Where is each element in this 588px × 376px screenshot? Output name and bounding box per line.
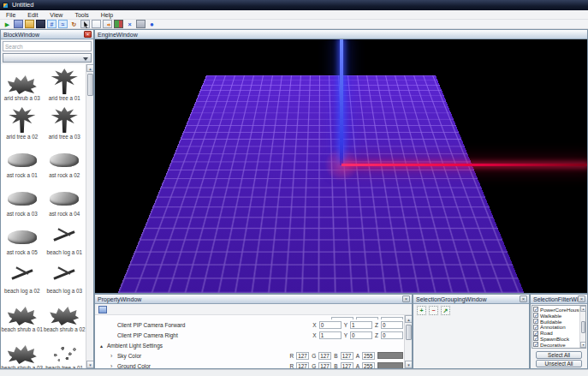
asset-item[interactable]: ast rock a 04 (44, 180, 86, 218)
unselect-all-button[interactable]: Unselect All (536, 360, 582, 367)
scroll-down-icon[interactable]: ▾ (580, 342, 586, 348)
property-row[interactable]: Client PIP Camera Right X Y Z (95, 330, 405, 340)
grid-snap-icon[interactable]: # (47, 20, 56, 28)
property-row[interactable]: Client PIP Camera Forward X Y Z (95, 319, 405, 330)
b-input[interactable] (341, 362, 353, 369)
menu-edit[interactable]: Edit (21, 10, 44, 20)
settings-globe-icon[interactable]: ● (147, 20, 157, 28)
menu-file[interactable]: File (0, 10, 21, 20)
property-row[interactable]: › Ground Color R G B A (95, 361, 405, 368)
close-icon[interactable]: × (520, 295, 527, 302)
create-group-icon[interactable]: + (417, 306, 426, 315)
scroll-thumb[interactable] (406, 325, 412, 340)
asset-item[interactable]: beach log a 01 (44, 218, 86, 257)
menu-help[interactable]: Help (95, 10, 119, 20)
asset-item[interactable]: arid tree a 01 (44, 64, 86, 103)
scroll-down-icon[interactable]: ▾ (86, 361, 93, 368)
close-icon[interactable]: × (84, 31, 92, 38)
y-input[interactable] (350, 331, 372, 339)
checkbox-checked-icon[interactable]: ✓ (533, 348, 538, 349)
asset-item[interactable]: beach shrub a 01 (1, 295, 44, 334)
y-input[interactable] (350, 321, 372, 329)
search-input[interactable] (3, 41, 92, 51)
selection-filter-header[interactable]: SelectionFilterWindow × (531, 295, 587, 304)
asset-item[interactable]: ast rock a 05 (1, 218, 44, 257)
asset-item[interactable]: beach shrub a 03 (1, 334, 44, 368)
r-input[interactable] (296, 362, 309, 369)
menu-view[interactable]: View (44, 10, 68, 20)
z-input[interactable] (381, 331, 403, 339)
scroll-down-icon[interactable]: ▾ (405, 361, 412, 368)
save-icon[interactable] (14, 20, 23, 28)
image-icon[interactable] (36, 20, 45, 28)
property-scrollbar[interactable]: ▴ ▾ (404, 315, 412, 368)
swap-icon[interactable]: × (125, 20, 134, 28)
b-input[interactable] (341, 352, 353, 360)
close-icon[interactable]: × (578, 295, 585, 302)
g-input[interactable] (318, 362, 331, 369)
g-input[interactable] (318, 352, 331, 360)
block-window-header[interactable]: BlockWindow × (1, 30, 93, 39)
rotate-icon[interactable]: ↻ (69, 20, 79, 28)
scroll-thumb[interactable] (581, 321, 585, 333)
asset-item[interactable]: ast rock a 02 (44, 141, 86, 180)
a-input[interactable] (362, 352, 375, 360)
property-window-header[interactable]: PropertyWindow × (95, 295, 412, 304)
asset-item[interactable]: ast rock a 03 (1, 180, 44, 218)
checkbox-checked-icon[interactable]: ✓ (533, 313, 538, 318)
a-input[interactable] (362, 362, 375, 369)
expand-arrow-icon[interactable]: ▴ (95, 343, 107, 349)
asset-item[interactable]: arid shrub a 03 (1, 64, 44, 103)
z-input[interactable] (381, 321, 403, 329)
close-icon[interactable]: × (402, 295, 410, 302)
scroll-up-icon[interactable]: ▴ (405, 315, 412, 323)
menu-tools[interactable]: Tools (68, 10, 94, 20)
checkbox-checked-icon[interactable]: ✓ (533, 331, 538, 336)
vector-input[interactable] (381, 317, 403, 320)
checkbox-checked-icon[interactable]: ✓ (533, 336, 538, 341)
asset-item[interactable]: beach log a 03 (44, 257, 86, 295)
scroll-up-icon[interactable]: ▴ (580, 306, 586, 312)
asset-item[interactable]: ast rock a 01 (1, 141, 44, 180)
assign-group-icon[interactable]: ↗ (441, 306, 450, 315)
scroll-thumb[interactable] (87, 74, 93, 96)
play-icon[interactable]: ▶ (3, 20, 12, 28)
wireframe-icon[interactable]: ≈ (58, 20, 68, 28)
delete-group-icon[interactable]: − (429, 306, 438, 315)
color-swatch[interactable] (377, 352, 403, 359)
property-row[interactable]: › Sky Color R G B A (95, 350, 405, 361)
scroll-up-icon[interactable]: ▴ (86, 64, 93, 72)
screen-capture-icon[interactable] (136, 20, 146, 28)
checkbox-checked-icon[interactable]: ✓ (533, 342, 538, 347)
category-dropdown[interactable] (3, 53, 92, 63)
asset-item[interactable]: arid tree a 03 (44, 103, 86, 141)
filter-scrollbar[interactable]: ▴ ▾ (579, 306, 585, 348)
property-grid-view-icon[interactable] (98, 306, 107, 313)
title-bar[interactable]: Untitled (0, 0, 588, 10)
vector-input[interactable] (331, 317, 353, 320)
asset-item[interactable]: beach tree a 01 (44, 334, 86, 368)
page-icon[interactable] (92, 20, 101, 28)
asset-item[interactable]: arid tree a 02 (1, 103, 44, 141)
x-input[interactable] (319, 321, 342, 329)
add-entity-icon[interactable] (114, 20, 123, 28)
engine-viewport[interactable] (95, 39, 587, 293)
select-all-button[interactable]: Select All (536, 351, 582, 359)
cursor-icon[interactable] (80, 20, 90, 28)
filter-row[interactable]: ✓Light (533, 348, 579, 349)
checkbox-checked-icon[interactable]: ✓ (533, 319, 538, 324)
open-folder-icon[interactable] (25, 20, 34, 28)
asset-scrollbar[interactable]: ▴ ▾ (86, 64, 93, 368)
export-icon[interactable] (103, 20, 112, 28)
asset-item[interactable]: beach log a 02 (1, 257, 44, 295)
checkbox-checked-icon[interactable]: ✓ (533, 325, 538, 330)
engine-window-header[interactable]: EngineWindow (95, 30, 587, 39)
color-swatch[interactable] (377, 362, 403, 368)
checkbox-checked-icon[interactable]: ✓ (533, 307, 538, 312)
property-group-row[interactable]: ▴ Ambient Light Settings (95, 340, 405, 350)
r-input[interactable] (296, 352, 309, 360)
x-input[interactable] (319, 331, 342, 339)
asset-item[interactable]: beach shrub a 02 (44, 295, 86, 334)
selection-grouping-header[interactable]: SelectionGroupingWindow × (413, 295, 529, 304)
vector-input[interactable] (356, 317, 378, 320)
